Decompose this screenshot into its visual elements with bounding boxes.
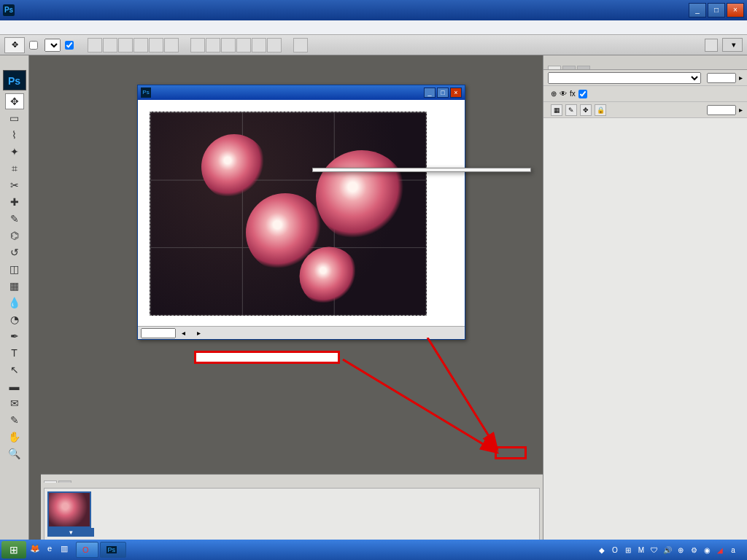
- history-brush-tool[interactable]: ↺: [5, 244, 24, 260]
- crop-tool[interactable]: ⌗: [5, 160, 24, 176]
- tab-animation[interactable]: [44, 481, 57, 483]
- ql-icon[interactable]: ▥: [58, 544, 70, 556]
- menu-extensis[interactable]: [120, 26, 131, 29]
- unify-pos-icon[interactable]: ⊕: [551, 90, 557, 98]
- unify-vis-icon[interactable]: 👁: [560, 90, 567, 98]
- zoom-tool[interactable]: 🔍: [5, 446, 24, 462]
- ql-icon[interactable]: e: [44, 544, 55, 556]
- autoselect-mode[interactable]: [44, 39, 61, 52]
- doc-close-button[interactable]: ×: [450, 88, 462, 98]
- menu-analysis[interactable]: [73, 26, 85, 29]
- dist-btn[interactable]: [221, 38, 236, 52]
- lock-paint-icon[interactable]: ✎: [565, 104, 577, 116]
- align-btn[interactable]: [118, 38, 133, 52]
- tray-icon[interactable]: M: [636, 546, 646, 554]
- dist-btn[interactable]: [267, 38, 282, 52]
- slice-tool[interactable]: ✂: [5, 177, 24, 193]
- auto-align-btn[interactable]: [293, 38, 308, 52]
- frame-time[interactable]: ▾: [47, 528, 94, 537]
- tray-icon[interactable]: a: [728, 546, 738, 554]
- stamp-tool[interactable]: ⌬: [5, 228, 24, 244]
- tray-icon[interactable]: 🛡: [649, 546, 659, 554]
- prev-icon[interactable]: ◂: [182, 329, 185, 337]
- tray-icon[interactable]: ◆: [597, 546, 607, 554]
- notes-tool[interactable]: ✉: [5, 395, 24, 411]
- tray-icon[interactable]: ◢: [715, 546, 725, 554]
- doc-min-button[interactable]: _: [424, 88, 436, 98]
- tray-icon[interactable]: O: [610, 546, 620, 554]
- align-btn[interactable]: [133, 38, 148, 52]
- move-tool[interactable]: ✥: [5, 93, 24, 109]
- tab-layers[interactable]: [548, 66, 561, 69]
- gl-icon[interactable]: [705, 39, 718, 52]
- wand-tool[interactable]: ✦: [5, 144, 24, 160]
- tray-icon[interactable]: 🔊: [662, 546, 673, 554]
- menu-edit[interactable]: [15, 26, 26, 29]
- path-tool[interactable]: ↖: [5, 362, 24, 378]
- lock-trans-icon[interactable]: ▦: [551, 104, 562, 116]
- align-btn[interactable]: [88, 38, 102, 52]
- menu-view[interactable]: [85, 26, 96, 29]
- marquee-tool[interactable]: ▭: [5, 110, 24, 126]
- propagate-check[interactable]: [578, 90, 587, 98]
- dodge-tool[interactable]: ◔: [5, 311, 24, 327]
- type-tool[interactable]: T: [5, 345, 24, 361]
- menu-filter[interactable]: [61, 26, 73, 29]
- workspace-button[interactable]: ▾: [722, 38, 743, 52]
- fill-input[interactable]: [707, 105, 736, 115]
- hand-tool[interactable]: ✋: [5, 429, 24, 445]
- chevron-right-icon[interactable]: ▸: [739, 74, 743, 82]
- lock-pos-icon[interactable]: ✥: [580, 104, 592, 116]
- align-btn[interactable]: [164, 38, 179, 52]
- blur-tool[interactable]: 💧: [5, 295, 24, 311]
- chevron-right-icon[interactable]: ▸: [739, 106, 743, 114]
- tray-icon[interactable]: ⚙: [689, 546, 699, 554]
- pen-tool[interactable]: ✒: [5, 328, 24, 344]
- menu-select[interactable]: [50, 26, 61, 29]
- heal-tool[interactable]: ✚: [5, 194, 24, 210]
- taskbar-opera[interactable]: O: [76, 542, 98, 558]
- tray-icon[interactable]: ⊞: [623, 546, 633, 554]
- menu-file[interactable]: [3, 26, 15, 29]
- dist-btn[interactable]: [190, 38, 205, 52]
- align-btn[interactable]: [103, 38, 117, 52]
- dist-btn[interactable]: [236, 38, 251, 52]
- tab-measurement-log[interactable]: [58, 481, 71, 483]
- unify-style-icon[interactable]: fx: [570, 90, 576, 98]
- zoom-input[interactable]: [141, 328, 176, 338]
- animation-frame[interactable]: ▾: [47, 491, 94, 537]
- brush-tool[interactable]: ✎: [5, 211, 24, 227]
- taskbar-photoshop[interactable]: Ps: [100, 542, 127, 558]
- tab-paths[interactable]: [577, 66, 590, 69]
- eraser-tool[interactable]: ◫: [5, 261, 24, 277]
- next-icon[interactable]: ▸: [197, 329, 201, 337]
- blend-mode-select[interactable]: [548, 72, 701, 84]
- autoselect-check[interactable]: [29, 41, 38, 50]
- close-button[interactable]: ×: [727, 3, 744, 18]
- maximize-button[interactable]: □: [708, 3, 725, 18]
- opacity-input[interactable]: [707, 73, 736, 83]
- shape-tool[interactable]: ▬: [5, 378, 24, 394]
- image-canvas[interactable]: [138, 100, 465, 326]
- eyedropper-tool[interactable]: ✎: [5, 412, 24, 428]
- dist-btn[interactable]: [252, 38, 266, 52]
- menu-onone[interactable]: [108, 26, 120, 29]
- doc-max-button[interactable]: □: [437, 88, 449, 98]
- menu-layer[interactable]: [38, 26, 50, 29]
- gradient-tool[interactable]: ▦: [5, 278, 24, 294]
- align-btn[interactable]: [149, 38, 163, 52]
- lock-all-icon[interactable]: 🔒: [595, 104, 606, 116]
- tab-channels[interactable]: [562, 66, 576, 69]
- show-controls-check[interactable]: [65, 41, 74, 50]
- doc-titlebar[interactable]: Ps _ □ ×: [138, 85, 465, 100]
- dist-btn[interactable]: [206, 38, 220, 52]
- ql-icon[interactable]: 🦊: [29, 544, 41, 556]
- menu-help[interactable]: [131, 26, 143, 29]
- tray-icon[interactable]: ⊕: [676, 546, 686, 554]
- menu-window[interactable]: [96, 26, 108, 29]
- lasso-tool[interactable]: ⌇: [5, 127, 24, 143]
- menu-image[interactable]: [26, 26, 38, 29]
- start-button[interactable]: ⊞: [1, 541, 26, 559]
- tray-icon[interactable]: ◉: [702, 546, 712, 554]
- minimize-button[interactable]: _: [689, 3, 706, 18]
